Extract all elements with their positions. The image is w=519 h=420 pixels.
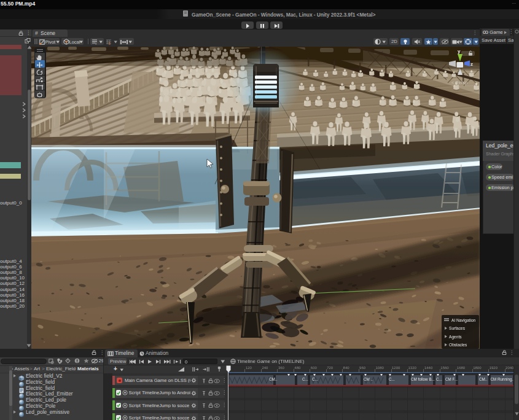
svg-text:z: z (470, 61, 473, 67)
svg-text:5: 5 (109, 41, 111, 44)
svg-text:y: y (458, 49, 461, 54)
svg-text:Y: Y (95, 41, 98, 44)
svg-text:< Persp: < Persp (451, 80, 467, 85)
svg-text:Agents: Agents (449, 335, 462, 340)
svg-text:Obstacles: Obstacles (449, 343, 467, 347)
svg-text:Surfaces: Surfaces (449, 326, 466, 330)
svg-text:AI Navigation: AI Navigation (451, 318, 476, 323)
